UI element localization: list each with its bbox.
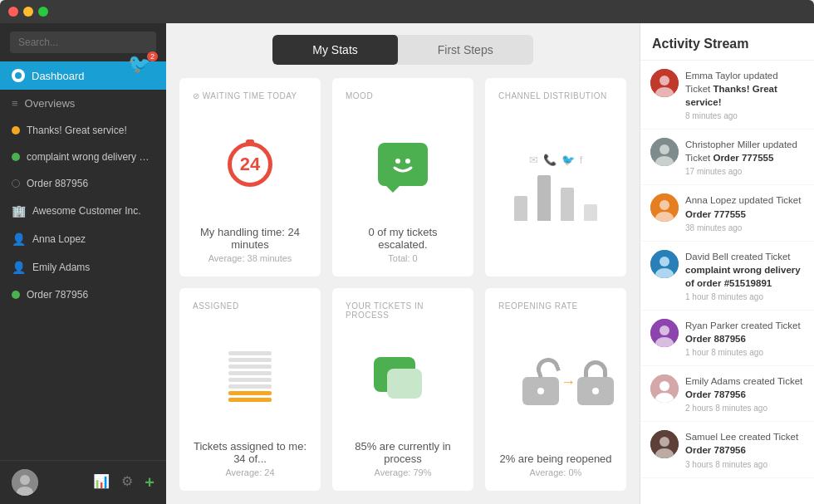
- stat-sub-in-process: Average: 79%: [375, 467, 432, 477]
- activity-text-emily: Emily Adams created Ticket Order 787956: [685, 374, 804, 401]
- avatar[interactable]: [12, 469, 38, 496]
- activity-time-anna: 38 minutes ago: [685, 223, 804, 232]
- activity-time-emily: 2 hours 8 minutes ago: [685, 404, 804, 413]
- sidebar-item-label: Thanks! Great service!: [27, 125, 127, 136]
- settings-icon[interactable]: ⚙: [121, 473, 133, 492]
- sidebar-item-order787956[interactable]: Order 787956: [0, 281, 166, 308]
- avatar-christopher: [650, 138, 679, 166]
- sidebar-item-label: Anna Lopez: [32, 233, 86, 245]
- maximize-button[interactable]: [38, 7, 48, 17]
- avatar-ryan: [650, 319, 679, 347]
- stat-content-in-process: [374, 330, 432, 432]
- activity-time-samuel: 3 hours 8 minutes ago: [685, 460, 804, 469]
- status-dot-green: [12, 291, 20, 299]
- sidebar-item-label: Overviews: [25, 97, 76, 110]
- stat-desc-in-process: 85% are currently in process: [346, 440, 460, 465]
- sidebar-item-awesome[interactable]: 🏢 Awesome Customer Inc.: [0, 197, 166, 225]
- bar-group-4: [584, 204, 597, 221]
- activity-item-samuel: Samuel Lee created Ticket Order 787956 3…: [640, 422, 814, 477]
- sidebar-item-thanks[interactable]: Thanks! Great service!: [0, 117, 166, 144]
- main-content: My Stats First Steps ⊘ WAITING TIME TODA…: [166, 23, 640, 504]
- svg-point-21: [660, 381, 669, 391]
- svg-point-3: [395, 159, 400, 164]
- svg-point-4: [405, 159, 410, 164]
- activity-content-anna: Anna Lopez updated Ticket Order 777555 3…: [685, 193, 804, 232]
- avatar-emma: [650, 69, 679, 97]
- close-button[interactable]: [8, 7, 18, 17]
- stat-content-mood: [378, 110, 428, 218]
- stat-title-channel: CHANNEL DISTRIBUTION: [498, 91, 607, 100]
- stat-desc-assigned: Tickets assigned to me: 34 of...: [193, 440, 307, 465]
- activity-item-ryan: Ryan Parker created Ticket Order 887956 …: [640, 311, 814, 366]
- activity-item-emma: Emma Taylor updated Ticket Thanks! Great…: [640, 61, 814, 130]
- phone-icon: 📞: [543, 154, 557, 166]
- mood-icon: [378, 143, 428, 186]
- bar-group-1: [514, 196, 527, 221]
- arrow-icon: →: [561, 374, 576, 391]
- sidebar-item-order887956[interactable]: Order 887956: [0, 170, 166, 197]
- building-icon: 🏢: [12, 204, 26, 218]
- sidebar-item-complaint[interactable]: complaint wrong delivery of ord...: [0, 144, 166, 170]
- stat-sub-waiting: Average: 38 minutes: [208, 253, 292, 263]
- activity-item-anna: Anna Lopez updated Ticket Order 777555 3…: [640, 185, 814, 241]
- stat-title-in-process: YOUR TICKETS IN PROCESS: [346, 301, 460, 320]
- status-dot-none: [12, 179, 20, 188]
- lock-icon: →: [522, 356, 589, 409]
- add-icon[interactable]: +: [145, 473, 154, 492]
- activity-text-samuel: Samuel Lee created Ticket Order 787956: [685, 430, 804, 457]
- search-input[interactable]: [10, 32, 156, 53]
- stats-icon[interactable]: 📊: [93, 473, 110, 492]
- sidebar-item-label: Order 787956: [27, 289, 88, 301]
- bar-group-3: [561, 188, 574, 221]
- stat-sub-mood: Total: 0: [388, 253, 417, 263]
- activity-content-emma: Emma Taylor updated Ticket Thanks! Great…: [685, 69, 804, 120]
- user-icon: 👤: [12, 261, 26, 274]
- stat-card-channel: CHANNEL DISTRIBUTION ✉ 📞 🐦 f: [485, 78, 626, 276]
- stat-title-waiting: ⊘ WAITING TIME TODAY: [193, 91, 297, 100]
- sidebar-item-label: complaint wrong delivery of ord...: [27, 151, 154, 163]
- sidebar-item-anna[interactable]: 👤 Anna Lopez: [0, 225, 166, 253]
- user-icon: 👤: [12, 232, 26, 246]
- list-icon: ≡: [12, 97, 18, 110]
- activity-text-david: David Bell created Ticket complaint wron…: [685, 250, 804, 290]
- twitter-icon: 🐦: [561, 154, 575, 166]
- minimize-button[interactable]: [23, 7, 33, 17]
- bar-group-2: [537, 175, 551, 221]
- stat-title-mood: MOOD: [346, 91, 373, 100]
- tab-first-steps[interactable]: First Steps: [398, 35, 533, 65]
- sidebar-item-emily[interactable]: 👤 Emily Adams: [0, 253, 166, 281]
- activity-stream: Activity Stream Emma Taylor updated Tick…: [640, 23, 814, 504]
- svg-point-9: [660, 144, 669, 154]
- status-dot-orange: [12, 126, 20, 135]
- channel-bar: [537, 175, 551, 221]
- activity-item-david: David Bell created Ticket complaint wron…: [640, 242, 814, 311]
- stat-sub-assigned: Average: 24: [225, 467, 274, 477]
- activity-time-emma: 8 minutes ago: [685, 111, 804, 120]
- avatar-emily: [650, 374, 679, 403]
- svg-point-18: [660, 325, 669, 335]
- channel-bar: [584, 204, 597, 221]
- stat-title-reopening: REOPENING RATE: [498, 301, 578, 311]
- status-dot-green: [12, 153, 20, 161]
- stat-card-waiting-time: ⊘ WAITING TIME TODAY 24 My handling time…: [179, 78, 321, 276]
- stat-card-in-process: YOUR TICKETS IN PROCESS 85% are currentl…: [332, 288, 473, 491]
- activity-content-david: David Bell created Ticket complaint wron…: [685, 250, 804, 301]
- stat-sub-reopening: Average: 0%: [530, 467, 582, 477]
- avatar-david: [650, 250, 679, 278]
- sidebar-item-label: Awesome Customer Inc.: [32, 205, 141, 217]
- activity-time-ryan: 1 hour 8 minutes ago: [685, 348, 804, 357]
- svg-point-15: [660, 257, 669, 267]
- stat-content-assigned: [228, 321, 272, 432]
- activity-stream-title: Activity Stream: [640, 23, 814, 61]
- tab-group: My Stats First Steps: [272, 35, 532, 65]
- activity-text-christopher: Christopher Miller updated Ticket Order …: [685, 138, 804, 164]
- activity-content-ryan: Ryan Parker created Ticket Order 887956 …: [685, 319, 804, 357]
- activity-item-christopher: Christopher Miller updated Ticket Order …: [640, 130, 814, 185]
- stat-card-reopening: REOPENING RATE →: [485, 288, 626, 491]
- svg-point-24: [660, 437, 669, 447]
- activity-content-samuel: Samuel Lee created Ticket Order 787956 3…: [685, 430, 804, 468]
- stats-grid: ⊘ WAITING TIME TODAY 24 My handling time…: [166, 65, 640, 504]
- avatar-anna: [650, 193, 679, 222]
- tab-my-stats[interactable]: My Stats: [272, 35, 397, 65]
- sidebar-item-overviews[interactable]: ≡ Overviews: [0, 90, 166, 117]
